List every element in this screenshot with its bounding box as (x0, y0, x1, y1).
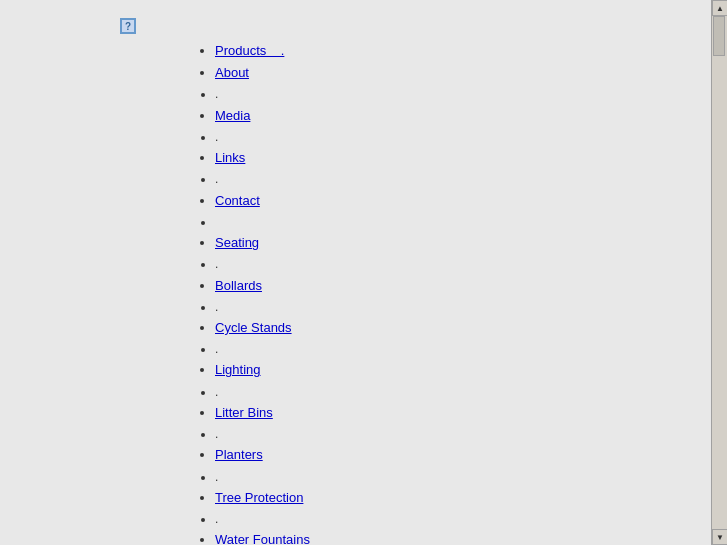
contact-link[interactable]: Contact (215, 193, 260, 208)
planters-link[interactable]: Planters (215, 447, 263, 462)
scrollbar-thumb[interactable] (713, 16, 725, 56)
lighting-link[interactable]: Lighting (215, 362, 261, 377)
main-content: Products . About . Media . Links . Conta… (0, 0, 711, 545)
cycle-stands-link[interactable]: Cycle Stands (215, 320, 292, 335)
separator-item: . (215, 467, 711, 487)
list-item: Lighting (215, 359, 711, 381)
links-link[interactable]: Links (215, 150, 245, 165)
separator-item: . (215, 339, 711, 359)
products-link[interactable]: Products . (215, 43, 284, 58)
list-item: Planters (215, 444, 711, 466)
list-item: About (215, 62, 711, 84)
litter-bins-link[interactable]: Litter Bins (215, 405, 273, 420)
list-item: Contact (215, 190, 711, 212)
list-item: Products . (215, 40, 711, 62)
seating-link[interactable]: Seating (215, 235, 259, 250)
separator-item: . (215, 254, 711, 274)
list-item: Bollards (215, 275, 711, 297)
separator-item: . (215, 382, 711, 402)
separator-item: . (215, 169, 711, 189)
scrollbar: ▲ ▼ (711, 0, 727, 545)
scrollbar-track (712, 16, 727, 529)
list-item: Seating (215, 232, 711, 254)
bollards-link[interactable]: Bollards (215, 278, 262, 293)
list-item: Tree Protection (215, 487, 711, 509)
tree-protection-link[interactable]: Tree Protection (215, 490, 303, 505)
separator-item: . (215, 424, 711, 444)
blank-separator-item (215, 212, 711, 232)
separator-item: . (215, 127, 711, 147)
separator-item: . (215, 297, 711, 317)
scroll-up-button[interactable]: ▲ (712, 0, 727, 16)
water-fountains-link[interactable]: Water Fountains (215, 532, 310, 545)
separator-item: . (215, 509, 711, 529)
list-item: Litter Bins (215, 402, 711, 424)
list-item: Cycle Stands (215, 317, 711, 339)
list-item: Water Fountains (215, 529, 711, 545)
list-item: Media (215, 105, 711, 127)
page-container: ? ▲ ▼ Products . About . Media . Links .… (0, 0, 727, 545)
navigation-list: Products . About . Media . Links . Conta… (0, 40, 711, 545)
media-link[interactable]: Media (215, 108, 250, 123)
about-link[interactable]: About (215, 65, 249, 80)
list-item: Links (215, 147, 711, 169)
separator-item: . (215, 84, 711, 104)
scroll-down-button[interactable]: ▼ (712, 529, 727, 545)
